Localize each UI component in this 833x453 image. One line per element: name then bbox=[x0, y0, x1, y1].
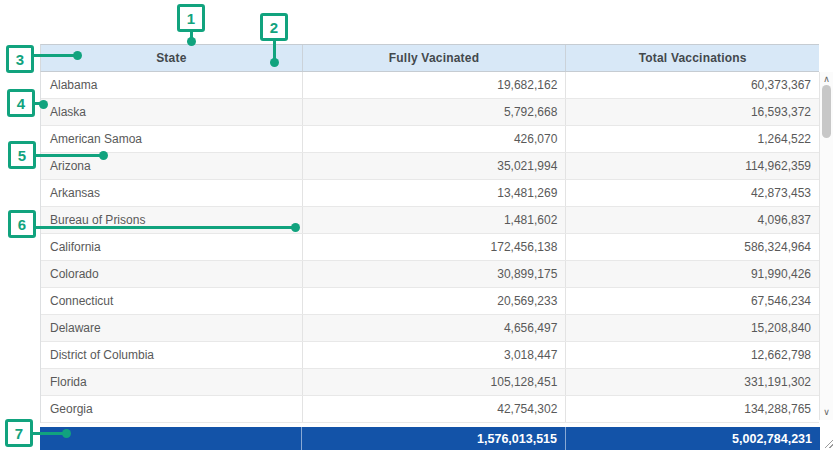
annotation-marker-1: 1 bbox=[177, 4, 205, 32]
fully-vaccinated-cell: 42,754,302 bbox=[302, 396, 566, 422]
total-vaccinations-cell: 91,990,426 bbox=[565, 261, 819, 287]
fully-vaccinated-cell: 30,899,175 bbox=[302, 261, 566, 287]
fully-vaccinated-cell: 5,792,668 bbox=[302, 99, 566, 125]
total-state-cell bbox=[40, 427, 301, 450]
table-total-row: 1,576,013,515 5,002,784,231 bbox=[40, 427, 820, 450]
state-cell: Delaware bbox=[41, 315, 302, 341]
table-row[interactable]: Bureau of Prisons 1,481,602 4,096,837 bbox=[41, 207, 819, 234]
state-cell: Arkansas bbox=[41, 180, 302, 206]
table-row[interactable]: Arkansas 13,481,269 42,873,453 bbox=[41, 180, 819, 207]
vertical-scrollbar[interactable]: ∧ ∨ bbox=[819, 72, 833, 420]
annotation-stem-5 bbox=[34, 154, 100, 157]
annotation-marker-2: 2 bbox=[260, 13, 288, 41]
table-row[interactable]: Arizona 35,021,994 114,962,359 bbox=[41, 153, 819, 180]
table-row[interactable]: American Samoa 426,070 1,264,522 bbox=[41, 126, 819, 153]
annotation-dot-3 bbox=[73, 51, 82, 60]
table-row[interactable]: Florida 105,128,451 331,191,302 bbox=[41, 369, 819, 396]
total-vaccinations-cell: 114,962,359 bbox=[565, 153, 819, 179]
total-vaccinations-cell: 4,096,837 bbox=[565, 207, 819, 233]
state-cell: Bureau of Prisons bbox=[41, 207, 302, 233]
fully-vaccinated-cell: 172,456,138 bbox=[302, 234, 566, 260]
scroll-down-icon[interactable]: ∨ bbox=[820, 406, 833, 418]
fully-vaccinated-cell: 105,128,451 bbox=[302, 369, 566, 395]
state-cell: District of Columbia bbox=[41, 342, 302, 368]
state-cell: Colorado bbox=[41, 261, 302, 287]
scroll-up-icon[interactable]: ∧ bbox=[820, 73, 833, 85]
table-row[interactable]: District of Columbia 3,018,447 12,662,79… bbox=[41, 342, 819, 369]
table-row[interactable]: Colorado 30,899,175 91,990,426 bbox=[41, 261, 819, 288]
state-cell: Connecticut bbox=[41, 288, 302, 314]
table-row[interactable]: Connecticut 20,569,233 67,546,234 bbox=[41, 288, 819, 315]
table-header-row: State Fully Vacinated Total Vaccinations bbox=[40, 44, 819, 72]
total-vaccinations-cell: 42,873,453 bbox=[565, 180, 819, 206]
total-vaccinations-cell: 1,264,522 bbox=[565, 126, 819, 152]
annotation-marker-3: 3 bbox=[6, 45, 34, 73]
resize-grip-icon[interactable] bbox=[823, 438, 833, 448]
annotation-dot-1 bbox=[187, 37, 196, 46]
total-vaccinations-cell: 15,208,840 bbox=[565, 315, 819, 341]
state-cell: Alabama bbox=[41, 72, 302, 98]
fully-vaccinated-cell: 19,682,162 bbox=[302, 72, 566, 98]
state-cell: Georgia bbox=[41, 396, 302, 422]
fully-vaccinated-cell: 426,070 bbox=[302, 126, 566, 152]
fully-vaccinated-cell: 35,021,994 bbox=[302, 153, 566, 179]
table-body: Alabama 19,682,162 60,373,367 Alaska 5,7… bbox=[40, 72, 819, 423]
total-vaccinations-total-cell: 5,002,784,231 bbox=[565, 427, 820, 450]
fully-vaccinated-cell: 13,481,269 bbox=[302, 180, 566, 206]
total-vaccinations-cell: 331,191,302 bbox=[565, 369, 819, 395]
annotation-marker-7: 7 bbox=[5, 419, 33, 447]
state-cell: American Samoa bbox=[41, 126, 302, 152]
annotation-dot-7 bbox=[62, 429, 71, 438]
total-vaccinations-cell: 586,324,964 bbox=[565, 234, 819, 260]
annotation-stem-2 bbox=[273, 40, 276, 59]
annotation-dot-5 bbox=[99, 151, 108, 160]
table-row[interactable]: Alaska 5,792,668 16,593,372 bbox=[41, 99, 819, 126]
annotation-dot-6 bbox=[291, 223, 300, 232]
table-row[interactable]: Georgia 42,754,302 134,288,765 bbox=[41, 396, 819, 423]
scrollbar-thumb[interactable] bbox=[822, 85, 831, 138]
table-row[interactable]: Alabama 19,682,162 60,373,367 bbox=[41, 72, 819, 99]
fully-vaccinated-cell: 1,481,602 bbox=[302, 207, 566, 233]
annotation-stem-6 bbox=[34, 226, 292, 229]
total-vaccinations-cell: 67,546,234 bbox=[565, 288, 819, 314]
fully-vaccinated-cell: 20,569,233 bbox=[302, 288, 566, 314]
annotation-dot-2 bbox=[270, 58, 279, 67]
state-cell: California bbox=[41, 234, 302, 260]
total-fully-vaccinated-cell: 1,576,013,515 bbox=[301, 427, 565, 450]
table-row[interactable]: California 172,456,138 586,324,964 bbox=[41, 234, 819, 261]
annotation-marker-6: 6 bbox=[8, 210, 36, 238]
state-cell: Florida bbox=[41, 369, 302, 395]
fully-vaccinated-cell: 4,656,497 bbox=[302, 315, 566, 341]
total-vaccinations-cell: 134,288,765 bbox=[565, 396, 819, 422]
annotation-marker-5: 5 bbox=[8, 141, 36, 169]
fully-vaccinated-cell: 3,018,447 bbox=[302, 342, 566, 368]
table-row[interactable]: Delaware 4,656,497 15,208,840 bbox=[41, 315, 819, 342]
data-table: State Fully Vacinated Total Vaccinations… bbox=[40, 44, 819, 423]
column-header-fully-vaccinated[interactable]: Fully Vacinated bbox=[302, 45, 566, 71]
total-vaccinations-cell: 60,373,367 bbox=[565, 72, 819, 98]
annotation-dot-4 bbox=[39, 100, 48, 109]
total-vaccinations-cell: 16,593,372 bbox=[565, 99, 819, 125]
annotation-stem-7 bbox=[31, 432, 64, 435]
column-header-total-vaccinations[interactable]: Total Vaccinations bbox=[565, 45, 819, 71]
total-vaccinations-cell: 12,662,798 bbox=[565, 342, 819, 368]
annotation-stem-3 bbox=[32, 54, 74, 57]
state-cell: Alaska bbox=[41, 99, 302, 125]
annotation-marker-4: 4 bbox=[7, 89, 35, 117]
